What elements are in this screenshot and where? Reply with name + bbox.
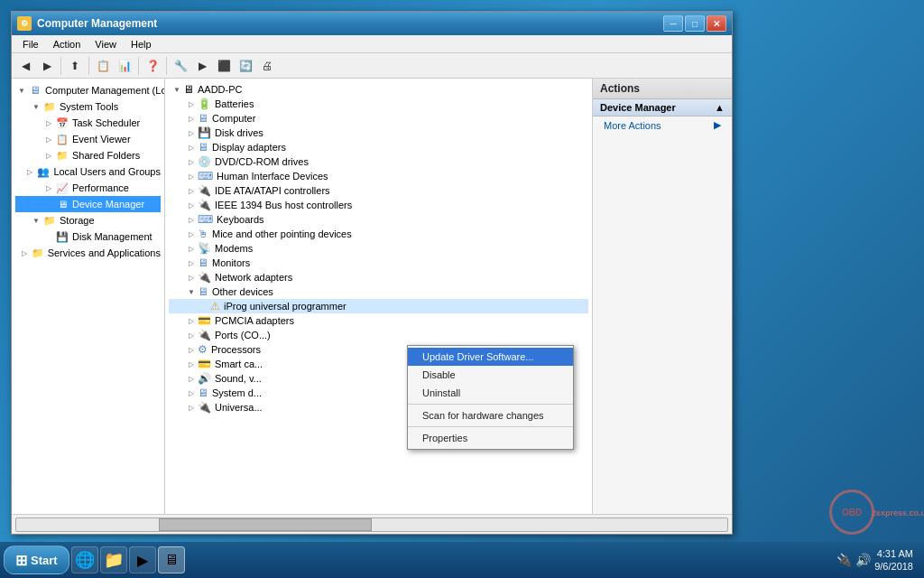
start-button[interactable]: ⊞ Start xyxy=(4,545,69,574)
actions-item-arrow-icon: ▶ xyxy=(714,119,721,131)
hw-icon: 🔌 xyxy=(198,401,211,414)
window-controls: ─ □ ✕ xyxy=(663,15,726,32)
ctx-scan[interactable]: Scan for hardware changes xyxy=(408,406,573,424)
tree-item-services[interactable]: ▷ 📁 Services and Applications xyxy=(15,245,161,261)
ctx-separator-2 xyxy=(408,426,573,427)
ctx-update-driver[interactable]: Update Driver Software... xyxy=(408,348,573,366)
device-modems[interactable]: ▷ 📡 Modems xyxy=(169,241,588,256)
ctx-properties[interactable]: Properties xyxy=(408,429,573,447)
device-hid[interactable]: ▷ ⌨ Human Interface Devices xyxy=(169,169,588,183)
action-button-2[interactable]: ▶ xyxy=(192,56,212,76)
hw-icon: 🔌 xyxy=(198,329,211,341)
computer-icon: 🖥 xyxy=(28,83,42,98)
device-label: Keyboards xyxy=(217,214,264,225)
device-label: Processors xyxy=(211,344,261,355)
ctx-uninstall[interactable]: Uninstall xyxy=(408,384,573,402)
actions-more-actions[interactable]: More Actions ▶ xyxy=(593,117,732,134)
expander-icon: ▷ xyxy=(185,228,198,240)
device-network[interactable]: ▷ 🔌 Network adapters xyxy=(169,270,588,284)
tree-item-performance[interactable]: ▷ 📈 Performance xyxy=(15,180,161,196)
hw-icon: 🔌 xyxy=(198,184,211,197)
menu-file[interactable]: File xyxy=(15,37,46,51)
menu-action[interactable]: Action xyxy=(46,37,88,51)
minimize-button[interactable]: ─ xyxy=(663,15,683,32)
taskbar-computer-mgmt-icon[interactable]: 🖥 xyxy=(158,546,185,573)
device-label: DVD/CD-ROM drives xyxy=(215,156,309,167)
expander-icon: ▷ xyxy=(185,343,198,356)
device-root[interactable]: ▼ 🖥 AADD-PC xyxy=(169,82,588,97)
device-monitors[interactable]: ▷ 🖥 Monitors xyxy=(169,256,588,270)
tree-label: Storage xyxy=(60,215,95,226)
device-display[interactable]: ▷ 🖥 Display adapters xyxy=(169,140,588,154)
device-ieee[interactable]: ▷ 🔌 IEEE 1394 Bus host controllers xyxy=(169,198,588,212)
tree-label: Task Scheduler xyxy=(72,117,140,128)
tree-item-disk-mgmt[interactable]: 💾 Disk Management xyxy=(15,228,161,245)
device-keyboards[interactable]: ▷ ⌨ Keyboards xyxy=(169,212,588,227)
toolbar-separator-4 xyxy=(166,57,167,75)
expander-icon: ▷ xyxy=(185,155,198,168)
tree-item-computer-mgmt[interactable]: ▼ 🖥 Computer Management (Local xyxy=(15,82,161,98)
menu-help[interactable]: Help xyxy=(124,37,159,51)
hw-icon: 🔊 xyxy=(198,372,211,385)
forward-button[interactable]: ▶ xyxy=(37,56,57,76)
tree-label: Local Users and Groups xyxy=(53,166,161,177)
expander-icon: ▷ xyxy=(185,170,198,182)
horizontal-scrollbar[interactable] xyxy=(15,517,728,532)
ctx-disable[interactable]: Disable xyxy=(408,366,573,384)
expander-icon: ▼ xyxy=(15,84,28,97)
device-mgr-icon: 🖥 xyxy=(55,197,69,211)
volume-tray-icon[interactable]: 🔊 xyxy=(855,553,871,567)
close-button[interactable]: ✕ xyxy=(707,15,726,32)
device-iprog[interactable]: ⚠ iProg universal programmer xyxy=(169,299,588,313)
hw-icon: 🔌 xyxy=(198,271,211,284)
hw-icon: ⌨ xyxy=(198,170,213,182)
device-ide[interactable]: ▷ 🔌 IDE ATA/ATAPI controllers xyxy=(169,183,588,198)
properties-button[interactable]: 📊 xyxy=(115,56,134,76)
taskbar-media-icon[interactable]: ▶ xyxy=(129,546,156,573)
up-button[interactable]: ⬆ xyxy=(65,56,85,76)
tree-label: Computer Management (Local xyxy=(45,85,165,96)
expander-icon: ▷ xyxy=(185,199,198,211)
device-dvd[interactable]: ▷ 💿 DVD/CD-ROM drives xyxy=(169,154,588,169)
device-batteries[interactable]: ▷ 🔋 Batteries xyxy=(169,97,588,111)
device-disk-drives[interactable]: ▷ 💾 Disk drives xyxy=(169,126,588,140)
device-ports[interactable]: ▷ 🔌 Ports (CO...) xyxy=(169,328,588,342)
back-button[interactable]: ◀ xyxy=(15,56,35,76)
section-label: Device Manager xyxy=(600,102,676,113)
device-mice[interactable]: ▷ 🖱 Mice and other pointing devices xyxy=(169,227,588,241)
help-button[interactable]: ❓ xyxy=(143,56,162,76)
tree-item-shared-folders[interactable]: ▷ 📁 Shared Folders xyxy=(15,147,161,163)
actions-header: Actions xyxy=(593,79,732,99)
tree-item-local-users[interactable]: ▷ 👥 Local Users and Groups xyxy=(15,163,161,180)
hw-icon: 💿 xyxy=(198,155,211,168)
action-button-5[interactable]: 🖨 xyxy=(257,56,277,76)
actions-section-device-manager[interactable]: Device Manager ▲ xyxy=(593,99,732,117)
maximize-button[interactable]: □ xyxy=(685,15,705,32)
system-clock[interactable]: 4:31 AM 9/6/2018 xyxy=(874,547,913,573)
windows-logo-icon: ⊞ xyxy=(15,552,27,569)
disk-icon: 💾 xyxy=(55,229,69,244)
tree-item-storage[interactable]: ▼ 📁 Storage xyxy=(15,212,161,228)
device-computer[interactable]: ▷ 🖥 Computer xyxy=(169,111,588,126)
scrollbar-thumb[interactable] xyxy=(159,518,372,531)
expander-icon: ▷ xyxy=(185,184,198,197)
action-button-4[interactable]: 🔄 xyxy=(236,56,255,76)
menu-view[interactable]: View xyxy=(88,37,124,51)
tree-item-device-manager[interactable]: 🖥 Device Manager xyxy=(15,196,161,212)
tree-item-event-viewer[interactable]: ▷ 📋 Event Viewer xyxy=(15,131,161,147)
device-other[interactable]: ▼ 🖥 Other devices xyxy=(169,284,588,299)
action-button-1[interactable]: 🔧 xyxy=(171,56,190,76)
expander-icon xyxy=(42,230,55,243)
show-hide-button[interactable]: 📋 xyxy=(93,56,113,76)
tree-label: Disk Management xyxy=(72,231,152,242)
expander-icon: ▷ xyxy=(18,247,31,259)
device-label: Human Interface Devices xyxy=(217,171,328,182)
tree-item-system-tools[interactable]: ▼ 📁 System Tools xyxy=(15,98,161,115)
taskbar-explorer-icon[interactable]: 📁 xyxy=(100,546,127,573)
network-tray-icon[interactable]: 🔌 xyxy=(836,553,852,567)
device-pcmcia[interactable]: ▷ 💳 PCMCIA adapters xyxy=(169,313,588,328)
taskbar-ie-icon[interactable]: 🌐 xyxy=(71,546,98,573)
action-button-3[interactable]: ⬛ xyxy=(214,56,234,76)
users-icon: 👥 xyxy=(36,164,51,179)
tree-item-task-scheduler[interactable]: ▷ 📅 Task Scheduler xyxy=(15,115,161,131)
